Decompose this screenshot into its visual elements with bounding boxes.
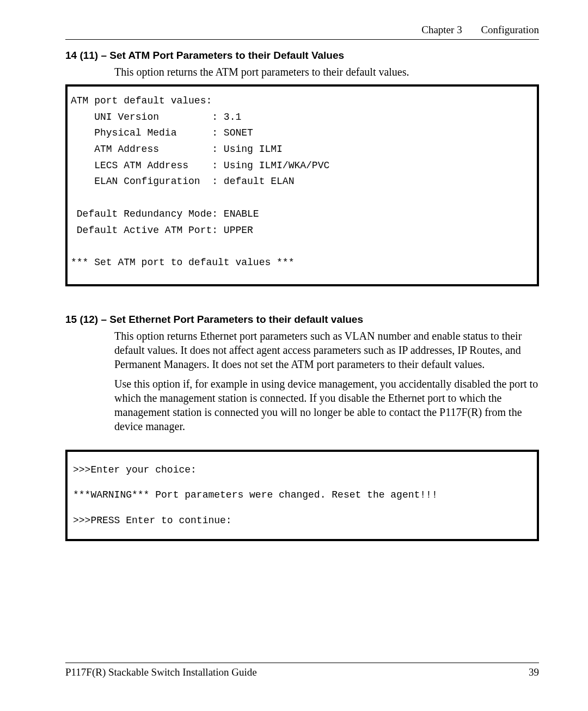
section1-intro: This option returns the ATM port paramet… — [114, 65, 539, 79]
terminal-output-1: ATM port default values: UNI Version : 3… — [65, 84, 539, 286]
header-rule — [65, 39, 539, 40]
section-heading-2: 15 (12) – Set Ethernet Port Parameters t… — [65, 314, 539, 326]
section-heading-1: 14 (11) – Set ATM Port Parameters to the… — [65, 50, 539, 62]
chapter-label: Chapter 3 — [421, 24, 462, 35]
section2-para1: This option returns Ethernet port parame… — [114, 329, 539, 371]
page-header: Chapter 3 Configuration — [65, 24, 539, 39]
section2-para2: Use this option if, for example in using… — [114, 377, 539, 433]
page-footer: P117F(R) Stackable Switch Installation G… — [65, 663, 539, 678]
terminal-output-2: >>>Enter your choice: ***WARNING*** Port… — [65, 450, 539, 541]
footer-rule — [65, 663, 539, 663]
chapter-title: Configuration — [481, 24, 539, 35]
footer-page-number: 39 — [529, 666, 539, 678]
footer-guide-title: P117F(R) Stackable Switch Installation G… — [65, 666, 257, 678]
